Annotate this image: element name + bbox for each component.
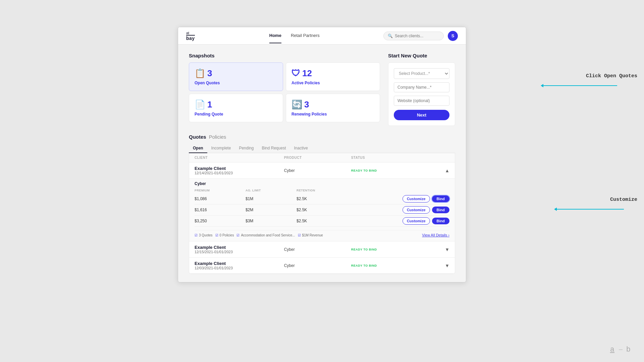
- pending-quote-icon: 📄: [195, 99, 205, 110]
- snapshot-open-quotes[interactable]: 📋 3 Open Quotes: [189, 62, 283, 91]
- check-icon-2: ☑: [215, 233, 218, 237]
- footer-tag-policies: ☑ 0 Policies: [215, 233, 234, 237]
- quote-product-3: Cyber: [284, 263, 351, 268]
- snapshot-active-policies[interactable]: 🛡 12 Active Policies: [286, 62, 380, 91]
- active-policies-label: Active Policies: [291, 81, 374, 85]
- open-quotes-label: Open Quotes: [195, 81, 277, 85]
- quote-product-2: Cyber: [284, 247, 351, 252]
- quote-client-col-3: Example Client 12/03/2021-01/01/2023: [195, 261, 284, 270]
- quote-date-1: 12/14/2021-01/01/2023: [195, 171, 284, 175]
- table-header: CLIENT PRODUCT STATUS: [189, 153, 455, 163]
- customize-button-2[interactable]: Customize: [402, 206, 430, 214]
- check-icon-4: ☑: [298, 233, 301, 237]
- sub-ag-limit-1: $1M: [246, 196, 297, 201]
- policies-title[interactable]: Policies: [209, 134, 226, 140]
- footer-tag-industry: ☑ Accommodation and Food Service...: [236, 233, 295, 237]
- sub-ag-limit-3: $3M: [246, 219, 297, 223]
- renewing-policies-icon: 🔄: [291, 99, 302, 110]
- nav-links: Home Retail Partners: [206, 28, 383, 43]
- sub-retention-3: $2.5K: [297, 219, 347, 223]
- customize-button-1[interactable]: Customize: [402, 195, 430, 202]
- sub-retention-2: $2.5K: [297, 208, 347, 212]
- bind-button-1[interactable]: Bind: [432, 195, 449, 202]
- next-button[interactable]: Next: [394, 110, 449, 120]
- tab-inactive[interactable]: Inactive: [290, 144, 312, 153]
- quote-client-3: Example Client: [195, 261, 284, 266]
- tab-incomplete[interactable]: Incomplete: [207, 144, 235, 153]
- snapshot-pending-quote[interactable]: 📄 1 Pending Quote: [189, 94, 283, 122]
- bind-button-3[interactable]: Bind: [432, 218, 449, 224]
- top-row: Snapshots 📋 3 Open Quotes 🛡: [189, 53, 455, 126]
- annotation-open-quotes: Click Open Quotes: [543, 81, 637, 92]
- pending-quote-count: 📄 1: [195, 99, 277, 110]
- expanded-footer: ☑ 3 Quotes ☑ 0 Policies ☑ Accommodation …: [195, 230, 449, 237]
- open-quotes-count: 📋 3: [195, 68, 277, 79]
- bottom-brand: a ─ b: [610, 346, 631, 354]
- sub-ag-limit-2: $2M: [246, 208, 297, 212]
- annotation-customize: Customize: [557, 204, 637, 216]
- th-actions: [396, 156, 449, 160]
- footer-tag-revenue: ☑ $1M Revenue: [298, 233, 323, 237]
- snapshots-title: Snapshots: [189, 53, 380, 58]
- search-icon: 🔍: [388, 34, 393, 38]
- svg-marker-3: [554, 208, 557, 211]
- quotes-title: Quotes: [189, 134, 206, 140]
- svg-marker-1: [541, 84, 543, 87]
- tab-open[interactable]: Open: [189, 144, 207, 153]
- quote-row-main-1: Example Client 12/14/2021-01/01/2023 Cyb…: [189, 163, 455, 178]
- quote-status-3: READY TO BIND: [351, 264, 396, 267]
- website-input[interactable]: [394, 96, 449, 106]
- company-name-input[interactable]: [394, 82, 449, 92]
- renewing-policies-count: 🔄 3: [291, 99, 374, 110]
- quote-row-main-2: Example Client 12/15/2021-01/01/2023 Cyb…: [189, 241, 455, 257]
- quote-product-1: Cyber: [284, 168, 351, 173]
- sub-actions-1: Customize Bind: [347, 195, 449, 202]
- quote-expanded-1: Cyber PREMIUM AG. LIMIT RETENTION $1,086…: [189, 178, 455, 241]
- cyber-label: Cyber: [195, 181, 449, 186]
- nav-retail-partners[interactable]: Retail Partners: [291, 28, 320, 43]
- table-row: Example Client 12/15/2021-01/01/2023 Cyb…: [189, 241, 455, 258]
- user-avatar[interactable]: S: [448, 31, 458, 41]
- customize-button-3[interactable]: Customize: [402, 217, 430, 225]
- renewing-policies-label: Renewing Policies: [291, 112, 374, 117]
- quotes-section: Quotes Policies Open Incomplete Pending …: [189, 134, 455, 274]
- tab-bind-request[interactable]: Bind Request: [258, 144, 290, 153]
- sub-th-ag-limit: AG. LIMIT: [246, 189, 297, 192]
- th-product: PRODUCT: [284, 156, 351, 160]
- navbar: at bay Home Retail Partners 🔍 S: [178, 27, 466, 45]
- snapshots-section: Snapshots 📋 3 Open Quotes 🛡: [189, 53, 380, 126]
- quotes-header: Quotes Policies: [189, 134, 455, 140]
- quote-date-3: 12/03/2021-01/01/2023: [195, 266, 284, 270]
- table-row: Example Client 12/03/2021-01/01/2023 Cyb…: [189, 258, 455, 274]
- expand-button-3[interactable]: ▼: [396, 263, 449, 268]
- sub-th-premium: PREMIUM: [195, 189, 246, 192]
- sub-retention-1: $2.5K: [297, 196, 347, 201]
- tab-pending[interactable]: Pending: [235, 144, 258, 153]
- footer-tag-quotes: ☑ 3 Quotes: [195, 233, 213, 237]
- annotation-open-quotes-text: Click Open Quotes: [586, 73, 637, 79]
- annotation-customize-text: Customize: [610, 197, 637, 202]
- snapshot-grid: 📋 3 Open Quotes 🛡 12 Active Policies: [189, 62, 380, 122]
- view-all-details-link[interactable]: View All Details ›: [422, 233, 449, 237]
- search-input[interactable]: [395, 34, 442, 38]
- sub-row-2: $1,616 $2M $2.5K Customize Bind: [195, 205, 449, 216]
- product-select[interactable]: Select Product...*: [394, 68, 449, 79]
- th-client: CLIENT: [195, 156, 284, 160]
- quote-status-1: READY TO BIND: [351, 169, 396, 172]
- quote-client-col-2: Example Client 12/15/2021-01/01/2023: [195, 245, 284, 254]
- quote-tabs: Open Incomplete Pending Bind Request Ina…: [189, 144, 455, 153]
- expand-button-2[interactable]: ▼: [396, 247, 449, 252]
- snapshot-renewing-policies[interactable]: 🔄 3 Renewing Policies: [286, 94, 380, 122]
- quote-row-main-3: Example Client 12/03/2021-01/01/2023 Cyb…: [189, 258, 455, 273]
- sub-premium-1: $1,086: [195, 196, 246, 201]
- sub-premium-2: $1,616: [195, 208, 246, 212]
- check-icon-3: ☑: [236, 233, 239, 237]
- sub-table-header: PREMIUM AG. LIMIT RETENTION: [195, 189, 449, 192]
- sub-premium-3: $3,250: [195, 219, 246, 223]
- expand-button-1[interactable]: ▲: [396, 168, 449, 173]
- th-status: STATUS: [351, 156, 396, 160]
- quote-client-1: Example Client: [195, 166, 284, 171]
- bind-button-2[interactable]: Bind: [432, 207, 449, 213]
- open-quotes-icon: 📋: [195, 68, 205, 79]
- nav-home[interactable]: Home: [269, 28, 281, 43]
